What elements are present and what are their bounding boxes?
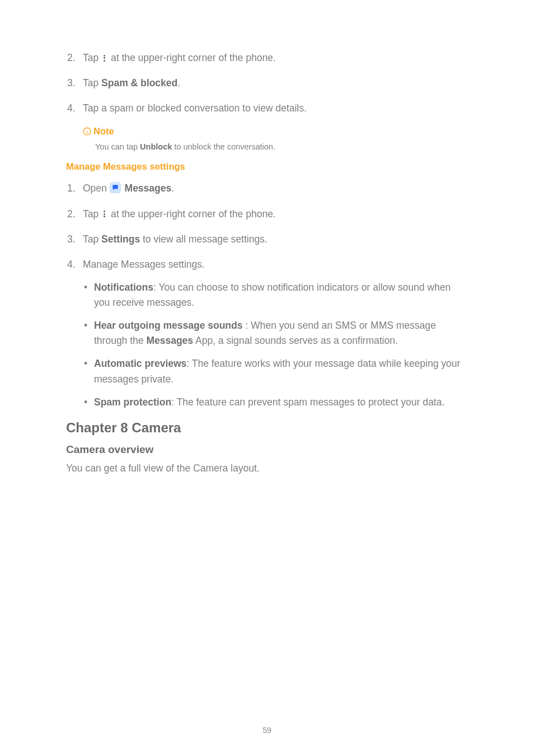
- document-page: 2. Tap at the upper-right corner of the …: [0, 0, 534, 756]
- step-bold: Spam & blocked: [101, 77, 177, 88]
- step-bold: Settings: [101, 234, 140, 245]
- bullet-bold: Messages: [146, 335, 193, 346]
- step-number: 2.: [67, 50, 76, 66]
- step-number: 3.: [67, 76, 76, 91]
- note-label: Note: [93, 126, 114, 136]
- step-1: 1. Open Messages.: [66, 181, 468, 196]
- messages-app-icon: [110, 182, 121, 193]
- section-heading-manage-settings: Manage Messages settings: [66, 161, 468, 172]
- steps-list-settings: 1. Open Messages. 2. Tap at the upper-ri…: [66, 181, 468, 409]
- steps-list-spam: 2. Tap at the upper-right corner of the …: [66, 50, 468, 116]
- info-icon: [83, 127, 91, 136]
- note-bold: Unblock: [140, 142, 172, 151]
- note-text: to unblock the conversation.: [172, 142, 275, 151]
- bullet-bold: Hear outgoing message sounds: [94, 320, 245, 331]
- bullet-bold: Automatic previews: [94, 358, 186, 369]
- step-text: Tap a spam or blocked conversation to vi…: [83, 102, 307, 114]
- step-bold: Messages: [125, 183, 172, 194]
- more-icon: [101, 210, 107, 218]
- bullet-outgoing-sounds: Hear outgoing message sounds : When you …: [83, 318, 468, 348]
- settings-bullets: Notifications: You can choose to show no…: [83, 280, 468, 410]
- bullet-text: App, a signal sounds serves as a confirm…: [193, 335, 398, 346]
- note-heading: Note: [83, 126, 468, 137]
- section-heading-camera-overview: Camera overview: [66, 444, 468, 456]
- bullet-bold: Notifications: [94, 282, 153, 293]
- bullet-text: : The feature can prevent spam messages …: [171, 396, 444, 408]
- step-text: at the upper-right corner of the phone.: [108, 52, 276, 63]
- more-icon: [101, 54, 107, 62]
- step-text: Tap: [83, 234, 101, 245]
- step-3: 3. Tap Spam & blocked.: [66, 76, 468, 91]
- note-text: You can tap: [95, 142, 140, 151]
- note-body: You can tap Unblock to unblock the conve…: [95, 142, 468, 151]
- step-text: Open: [83, 183, 110, 194]
- step-text: .: [171, 183, 174, 194]
- step-4: 4. Tap a spam or blocked conversation to…: [66, 101, 468, 116]
- step-2: 2. Tap at the upper-right corner of the …: [66, 207, 468, 222]
- step-number: 1.: [67, 181, 76, 196]
- bullet-spam-protection: Spam protection: The feature can prevent…: [83, 395, 468, 410]
- step-text: Tap: [83, 52, 101, 63]
- step-3: 3. Tap Settings to view all message sett…: [66, 232, 468, 247]
- step-number: 4.: [67, 257, 76, 272]
- step-number: 3.: [67, 232, 76, 247]
- step-text: Tap: [83, 77, 101, 88]
- paragraph: You can get a full view of the Camera la…: [66, 463, 468, 474]
- step-text: to view all message settings.: [140, 234, 268, 245]
- step-text: Tap: [83, 208, 101, 220]
- bullet-notifications: Notifications: You can choose to show no…: [83, 280, 468, 310]
- page-number: 59: [0, 726, 534, 735]
- bullet-bold: Spam protection: [94, 396, 171, 408]
- step-2: 2. Tap at the upper-right corner of the …: [66, 50, 468, 66]
- step-4: 4. Manage Messages settings. Notificatio…: [66, 257, 468, 410]
- step-number: 4.: [67, 101, 76, 116]
- chapter-heading: Chapter 8 Camera: [66, 420, 468, 436]
- bullet-automatic-previews: Automatic previews: The feature works wi…: [83, 356, 468, 386]
- step-text: at the upper-right corner of the phone.: [108, 208, 276, 220]
- note-block: Note You can tap Unblock to unblock the …: [83, 126, 468, 151]
- step-text: .: [177, 77, 180, 88]
- step-text: Manage Messages settings.: [83, 259, 205, 270]
- step-number: 2.: [67, 207, 76, 222]
